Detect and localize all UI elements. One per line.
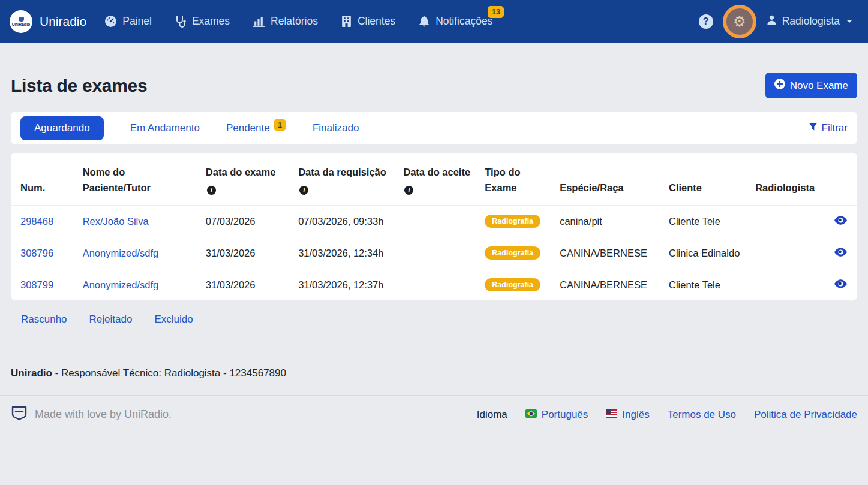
plus-circle-icon	[774, 79, 785, 92]
exam-type-badge: Radiografia	[485, 246, 540, 260]
chevron-down-icon	[846, 20, 852, 23]
request-date: 31/03/2026, 12:37h	[289, 269, 394, 301]
patient-link[interactable]: Rex/João Silva	[83, 216, 149, 227]
nav-item-painel[interactable]: Painel	[104, 15, 152, 28]
accept-date	[394, 206, 475, 237]
col-exam-type: Tipo do Exame	[475, 153, 550, 206]
made-with-text: Made with love by UniRadio.	[35, 408, 172, 421]
species: CANINA/BERNESE	[550, 269, 659, 301]
person-icon	[766, 14, 777, 29]
notifications-count-badge: 13	[488, 6, 504, 18]
nav-label: Painel	[122, 15, 152, 28]
top-navbar: UniRadio Uniradio Painel Exames Relatóri…	[0, 0, 868, 43]
col-radiologist: Radiologista	[746, 153, 819, 206]
radiologist	[746, 237, 819, 269]
pendente-count-badge: 1	[274, 119, 286, 131]
exam-number-link[interactable]: 308796	[20, 248, 53, 258]
new-exam-label: Novo Exame	[790, 80, 848, 92]
view-exam-eye-icon[interactable]	[834, 247, 847, 260]
new-exam-button[interactable]: Novo Exame	[765, 73, 857, 98]
nav-label: Relatórios	[271, 15, 318, 28]
nav-item-relatorios[interactable]: Relatórios	[253, 15, 318, 28]
exam-type-badge: Radiografia	[485, 278, 540, 291]
filter-button[interactable]: Filtrar	[809, 122, 848, 134]
radiologist	[746, 269, 819, 301]
client: Cliente Tele	[659, 206, 746, 237]
settings-highlight-ring: ⚙	[723, 5, 756, 38]
lang-ingles[interactable]: Inglês	[606, 409, 649, 421]
footer-brand: Uniradio	[11, 367, 52, 379]
tab-em-andamento[interactable]: Em Andamento	[130, 122, 200, 134]
gear-icon[interactable]: ⚙	[733, 14, 746, 29]
tab-finalizado[interactable]: Finalizado	[313, 122, 359, 134]
lang-portugues-label: Português	[542, 409, 588, 421]
user-name: Radiologista	[782, 15, 840, 28]
col-exam-date-label: Data do exame	[206, 167, 275, 177]
stethoscope-icon	[175, 15, 187, 28]
col-num: Num.	[11, 153, 73, 206]
nav-item-clientes[interactable]: Clientes	[341, 15, 395, 28]
exam-date: 31/03/2026	[196, 269, 289, 301]
link-rejeitado[interactable]: Rejeitado	[89, 314, 133, 326]
brazil-flag-icon	[525, 409, 537, 421]
patient-link[interactable]: Anonymized/sdfg	[83, 248, 159, 258]
lang-portugues[interactable]: Português	[525, 409, 588, 421]
secondary-status-links: Rascunho Rejeitado Excluido	[11, 314, 857, 326]
page-title: Lista de exames	[11, 76, 147, 96]
footer-divider	[0, 395, 868, 396]
species: canina/pit	[550, 206, 659, 237]
language-label: Idioma	[477, 409, 507, 421]
info-icon[interactable]: i	[404, 186, 413, 195]
building-icon	[341, 15, 352, 28]
col-accept-date-label: Data do aceite	[403, 167, 470, 177]
main-nav: Painel Exames Relatórios Clientes Notifi…	[104, 15, 492, 28]
view-exam-eye-icon[interactable]	[834, 279, 847, 291]
user-menu[interactable]: Radiologista	[766, 14, 852, 29]
client: Clinica Edinaldo	[659, 237, 746, 269]
exams-table: Num. Nome do Paciente/Tutor Data do exam…	[11, 153, 857, 300]
logo-text: UniRadio	[12, 22, 31, 26]
table-row: 298468 Rex/João Silva 07/03/2026 07/03/2…	[11, 206, 857, 237]
exam-number-link[interactable]: 298468	[20, 216, 53, 227]
radiologist	[746, 206, 819, 237]
view-exam-eye-icon[interactable]	[834, 215, 847, 228]
table-row: 308799 Anonymized/sdfg 31/03/2026 31/03/…	[11, 269, 857, 301]
technical-text: - Responsável Técnico: Radiologista - 12…	[55, 367, 286, 379]
col-accept-date: Data do aceite i	[394, 153, 475, 206]
logo-shield-icon	[19, 17, 24, 22]
info-icon[interactable]: i	[207, 186, 216, 195]
tab-aguardando[interactable]: Aguardando	[20, 116, 104, 140]
link-excluido[interactable]: Excluido	[154, 314, 193, 326]
made-with: Made with love by UniRadio.	[11, 405, 172, 424]
nav-item-exames[interactable]: Exames	[175, 15, 230, 28]
us-flag-icon	[606, 409, 617, 421]
lang-ingles-label: Inglês	[622, 409, 649, 421]
filter-label: Filtrar	[822, 122, 848, 134]
privacy-link[interactable]: Politica de Privacidade	[754, 409, 857, 421]
dashboard-icon	[104, 15, 117, 28]
info-icon[interactable]: i	[299, 186, 308, 195]
help-icon[interactable]: ?	[699, 14, 713, 29]
col-request-date: Data da requisição i	[289, 153, 394, 206]
uniradio-logo-icon: UniRadio	[10, 10, 32, 33]
uniradio-bone-logo-icon	[11, 405, 28, 424]
col-exam-date: Data do exame i	[196, 153, 289, 206]
technical-footer: Uniradio - Responsável Técnico: Radiolog…	[11, 367, 857, 379]
brand-name: Uniradio	[40, 14, 86, 29]
client: Cliente Tele	[659, 269, 746, 301]
tab-pendente[interactable]: Pendente1	[226, 122, 286, 134]
nav-item-notificacoes[interactable]: Notificações 13	[418, 15, 492, 28]
exam-date: 07/03/2026	[196, 206, 289, 237]
tab-pendente-label: Pendente	[226, 122, 270, 134]
bell-icon	[418, 15, 430, 28]
nav-label: Clientes	[358, 15, 395, 28]
col-patient: Nome do Paciente/Tutor	[73, 153, 196, 206]
link-rascunho[interactable]: Rascunho	[21, 314, 67, 326]
terms-link[interactable]: Termos de Uso	[668, 409, 736, 421]
exam-number-link[interactable]: 308799	[20, 279, 53, 290]
col-actions	[819, 153, 857, 206]
patient-link[interactable]: Anonymized/sdfg	[83, 279, 159, 290]
table-header-row: Num. Nome do Paciente/Tutor Data do exam…	[11, 153, 857, 206]
brand[interactable]: UniRadio Uniradio	[10, 10, 86, 33]
col-species: Espécie/Raça	[550, 153, 659, 206]
